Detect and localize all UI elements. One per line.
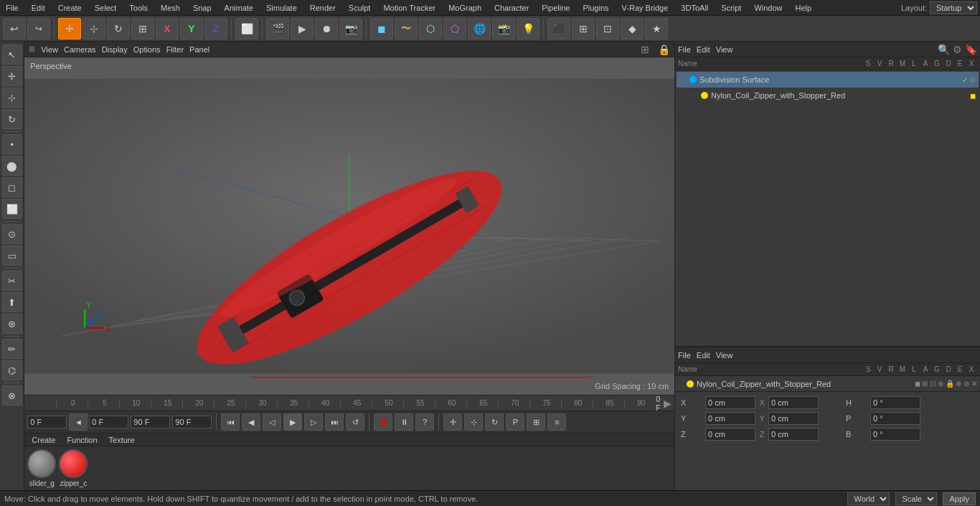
timeline-ruler[interactable]: 0 5 10 15 20 25 30 35 40 45 50 55 60 65 … xyxy=(24,395,674,411)
obj-bookmark-icon[interactable]: 🔖 xyxy=(965,44,977,55)
vp-display-menu[interactable]: Display xyxy=(102,45,128,54)
attr-view-menu[interactable]: View xyxy=(716,351,733,360)
obj-search-icon[interactable]: 🔍 xyxy=(938,44,950,55)
scale-dropdown[interactable]: Scale xyxy=(895,492,937,505)
menu-script[interactable]: Script xyxy=(718,4,744,12)
menu-sculpt[interactable]: Sculpt xyxy=(346,4,374,12)
record-btn[interactable]: ⏺ xyxy=(374,413,392,431)
start-frame-field[interactable] xyxy=(27,416,67,428)
menu-animate[interactable]: Animate xyxy=(222,4,256,12)
rotate-tool[interactable]: ↻ xyxy=(107,18,130,39)
environment-tool[interactable]: 🌐 xyxy=(468,18,491,39)
light-tool[interactable]: 💡 xyxy=(517,18,540,39)
attr-object-row[interactable]: ▷ Nylon_Coil_Zipper_with_Stopper_Red ◼ ⊞… xyxy=(675,376,980,392)
menu-3dtoall[interactable]: 3DToAll xyxy=(678,4,711,12)
viewport-canvas[interactable]: Perspective xyxy=(24,57,674,395)
material-item-1[interactable]: zipper_c xyxy=(59,449,88,487)
menu-tools[interactable]: Tools xyxy=(126,4,151,12)
play-btn[interactable]: ▶ xyxy=(283,413,302,431)
render-frame[interactable]: ▶ xyxy=(291,18,314,39)
auto-key-btn[interactable]: ⏸ xyxy=(395,413,413,431)
menu-character[interactable]: Character xyxy=(491,4,532,12)
menu-render[interactable]: Render xyxy=(307,4,339,12)
magnet-tool[interactable]: ⊗ xyxy=(2,385,22,406)
timeline-view-btn[interactable]: ≡ xyxy=(547,413,566,431)
vp-view-menu[interactable]: View xyxy=(41,45,58,54)
point-mode[interactable]: • xyxy=(2,134,22,154)
menu-edit[interactable]: Edit xyxy=(29,4,48,12)
transform-tool[interactable]: ⊞ xyxy=(131,18,154,39)
vp-options-menu[interactable]: Options xyxy=(133,45,161,54)
live-select[interactable]: ⊙ xyxy=(2,224,22,244)
attr-z-pos2[interactable] xyxy=(768,428,819,441)
menu-pipeline[interactable]: Pipeline xyxy=(539,4,573,12)
hq-render[interactable]: ★ xyxy=(645,18,668,39)
deformer-tool[interactable]: ⬠ xyxy=(443,18,466,39)
render-animation[interactable]: ⏺ xyxy=(315,18,338,39)
go-end-btn[interactable]: ⏭ xyxy=(325,413,344,431)
menu-motion-tracker[interactable]: Motion Tracker xyxy=(380,4,438,12)
preview-end-field[interactable] xyxy=(131,416,170,428)
poly-mode[interactable]: ◻ xyxy=(2,177,22,197)
apply-button[interactable]: Apply xyxy=(943,492,976,505)
nurbs-tool[interactable]: ⬡ xyxy=(419,18,442,39)
y-axis[interactable]: Y xyxy=(180,18,203,39)
knife-tool-left[interactable]: ✂ xyxy=(2,271,22,291)
attr-h-val[interactable] xyxy=(870,396,920,409)
viewport-fullscreen[interactable]: ⊞ xyxy=(641,44,649,55)
spline-tool[interactable]: 〜 xyxy=(395,18,418,39)
end-frame-field[interactable] xyxy=(172,416,212,428)
loop-btn[interactable]: ↺ xyxy=(346,413,364,431)
floor-tool[interactable]: ⬛ xyxy=(547,18,570,39)
obj-edit-menu[interactable]: Edit xyxy=(697,45,710,54)
attr-y-pos[interactable] xyxy=(705,412,755,425)
cube-tool[interactable]: ◼ xyxy=(370,18,393,39)
camera-create[interactable]: 📸 xyxy=(492,18,515,39)
smooth-tool[interactable]: ⌬ xyxy=(2,360,22,380)
extrude-tool[interactable]: ⬆ xyxy=(2,292,22,312)
mat-texture-menu[interactable]: Texture xyxy=(106,436,138,444)
inner-extrude[interactable]: ⊛ xyxy=(2,314,22,334)
menu-plugins[interactable]: Plugins xyxy=(580,4,611,12)
preview-start-field[interactable] xyxy=(89,416,128,428)
step-back-btn[interactable]: ◀ xyxy=(242,413,260,431)
attr-p-val[interactable] xyxy=(870,412,920,425)
menu-mesh[interactable]: Mesh xyxy=(158,4,183,12)
key-info-btn[interactable]: ? xyxy=(415,413,434,431)
attr-file-menu[interactable]: File xyxy=(678,351,691,360)
layout-select[interactable]: Startup xyxy=(930,1,977,14)
menu-file[interactable]: File xyxy=(3,4,22,12)
object-mode-left[interactable]: ⬜ xyxy=(2,199,22,219)
mat-create-menu[interactable]: Create xyxy=(29,436,58,444)
menu-vray[interactable]: V-Ray Bridge xyxy=(619,4,672,12)
attr-b-val[interactable] xyxy=(870,428,920,441)
x-axis[interactable]: X xyxy=(156,18,179,39)
render-region[interactable]: 🎬 xyxy=(266,18,289,39)
menu-help[interactable]: Help xyxy=(793,4,815,12)
menu-mograph[interactable]: MoGraph xyxy=(446,4,484,12)
frame-arrow[interactable]: ▶ xyxy=(664,398,672,409)
redo-button[interactable]: ↪ xyxy=(27,18,50,39)
scale-tool-left[interactable]: ⊹ xyxy=(2,88,22,108)
attr-z-pos[interactable] xyxy=(705,428,755,441)
play-reverse-btn[interactable]: ◁ xyxy=(263,413,281,431)
grid-tool[interactable]: ⊞ xyxy=(572,18,595,39)
dope-sheet-btn[interactable]: ⊞ xyxy=(527,413,545,431)
obj-file-menu[interactable]: File xyxy=(678,45,691,54)
vp-cameras-menu[interactable]: Cameras xyxy=(64,45,96,54)
attr-x-pos2[interactable] xyxy=(768,396,819,409)
solid-tool[interactable]: ◆ xyxy=(621,18,644,39)
attr-y-pos2[interactable] xyxy=(768,412,819,425)
edge-mode[interactable]: ⬤ xyxy=(2,156,22,176)
world-dropdown[interactable]: World xyxy=(847,492,890,505)
viewport-lock[interactable]: 🔒 xyxy=(658,44,670,55)
mat-function-menu[interactable]: Function xyxy=(64,436,100,444)
scale-tool[interactable]: ⊹ xyxy=(83,18,105,39)
attr-x-pos[interactable] xyxy=(705,396,755,409)
obj-row-nylon[interactable]: ▷ Nylon_Coil_Zipper_with_Stopper_Red ◼ xyxy=(677,88,979,103)
z-axis[interactable]: Z xyxy=(204,18,227,39)
object-mode[interactable]: ⬜ xyxy=(235,18,258,39)
vp-filter-menu[interactable]: Filter xyxy=(166,45,184,54)
move-tool[interactable]: ✛ xyxy=(58,18,81,39)
move-tool-left[interactable]: ✛ xyxy=(2,66,22,86)
